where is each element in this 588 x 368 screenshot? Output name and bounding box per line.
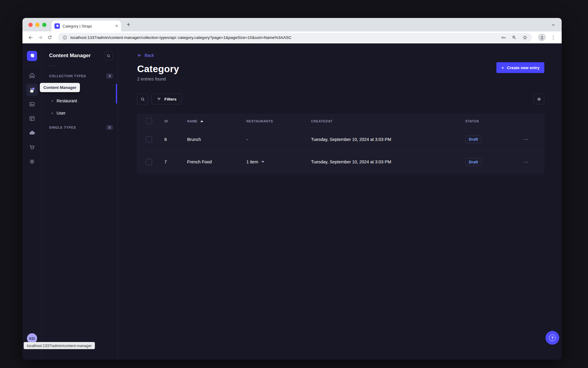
marketplace-cart-icon[interactable] <box>26 141 38 153</box>
filters-button[interactable]: Filters <box>151 94 182 104</box>
home-icon[interactable] <box>26 69 38 81</box>
strapi-logo[interactable] <box>27 51 37 61</box>
cloud-icon[interactable] <box>26 127 38 139</box>
filter-icon <box>157 97 161 101</box>
sidebar-title: Content Manager <box>49 53 91 59</box>
table-row[interactable]: 7 French Food 1 item Tuesday, September … <box>137 150 544 173</box>
bullet-icon <box>51 112 53 114</box>
cell-name: French Food <box>182 159 241 164</box>
collection-types-label: COLLECTION TYPES <box>49 74 86 78</box>
browser-toolbar: localhost:1337/admin/content-manager/col… <box>22 31 562 43</box>
password-key-icon[interactable] <box>500 34 506 40</box>
collection-types-count: 3 <box>106 74 113 78</box>
bookmark-star-icon[interactable] <box>522 34 528 40</box>
col-header-name[interactable]: NAME <box>182 119 241 123</box>
create-new-entry-button[interactable]: + Create new entry <box>496 62 544 73</box>
url-text: localhost:1337/admin/content-manager/col… <box>70 35 495 40</box>
row-checkbox[interactable] <box>146 136 152 142</box>
url-bar[interactable]: localhost:1337/admin/content-manager/col… <box>58 33 532 42</box>
col-header-status: STATUS <box>460 119 518 123</box>
back-link[interactable]: Back <box>137 53 154 58</box>
cell-createdat: Tuesday, September 10, 2024 at 3:03 PM <box>306 137 460 142</box>
reload-icon[interactable] <box>46 34 54 41</box>
forward-icon[interactable] <box>36 34 44 41</box>
row-actions-button[interactable]: ⋯ <box>518 159 544 165</box>
site-info-icon[interactable] <box>62 35 67 40</box>
entries-table: ID NAME RESTAURANTS CREATEDAT STATUS 8 B… <box>137 114 544 173</box>
mouse-cursor <box>28 86 35 95</box>
cell-id: 7 <box>159 159 182 164</box>
new-tab-button[interactable]: + <box>127 21 130 28</box>
settings-gear-icon[interactable] <box>26 156 38 168</box>
chevron-down-icon <box>261 161 264 163</box>
table-header-row: ID NAME RESTAURANTS CREATEDAT STATUS <box>137 114 544 128</box>
cell-createdat: Tuesday, September 10, 2024 at 3:03 PM <box>306 159 460 164</box>
close-window-button[interactable] <box>28 23 33 27</box>
tab-strip: Category | Strapi × + <box>22 18 562 31</box>
minimize-window-button[interactable] <box>35 23 40 27</box>
status-badge: Draft <box>465 135 481 143</box>
tab-title: Category | Strapi <box>63 24 113 28</box>
cell-id: 8 <box>159 137 182 142</box>
col-header-createdat: CREATEDAT <box>306 119 460 123</box>
tab-search-chevron-icon[interactable] <box>550 21 557 28</box>
view-settings-button[interactable] <box>534 94 544 104</box>
traffic-lights <box>28 23 46 27</box>
link-preview-status: localhost:1337/admin/content-manager <box>24 342 95 349</box>
search-button[interactable] <box>137 94 148 104</box>
page-title: Category <box>137 63 544 74</box>
cell-restaurants: - <box>241 137 306 142</box>
cell-restaurants[interactable]: 1 item <box>241 159 306 164</box>
row-checkbox[interactable] <box>146 159 152 165</box>
bullet-icon <box>51 100 53 102</box>
sidebar-item-restaurant[interactable]: Restaurant <box>49 95 113 107</box>
content-type-builder-icon[interactable] <box>26 112 38 124</box>
back-label: Back <box>145 53 154 58</box>
browser-window: Category | Strapi × + localhost:1337/adm… <box>22 18 562 360</box>
browser-profile-avatar[interactable] <box>538 34 546 41</box>
plus-icon: + <box>501 65 504 70</box>
status-badge: Draft <box>465 158 481 166</box>
content-manager-tooltip: Content Manager <box>40 83 80 92</box>
media-library-icon[interactable] <box>26 98 38 110</box>
back-icon[interactable] <box>27 34 34 41</box>
rail-divider <box>22 65 42 66</box>
row-actions-button[interactable]: ⋯ <box>518 136 544 142</box>
close-tab-icon[interactable]: × <box>115 24 118 28</box>
table-row[interactable]: 8 Brunch - Tuesday, September 10, 2024 a… <box>137 128 544 150</box>
entries-count: 2 entries found <box>137 77 544 81</box>
strapi-admin: KD Content Manager COLLECTION TYPES 3 Ca… <box>22 43 562 360</box>
question-mark-icon: ? <box>549 334 556 341</box>
col-header-id[interactable]: ID <box>159 119 182 123</box>
fullscreen-window-button[interactable] <box>42 23 46 27</box>
browser-tab[interactable]: Category | Strapi × <box>51 21 121 31</box>
col-header-restaurants: RESTAURANTS <box>241 119 306 123</box>
main-content: Back Category 2 entries found + Create n… <box>118 43 562 360</box>
sidebar-item-user[interactable]: User <box>49 107 113 119</box>
cell-name: Brunch <box>182 137 241 142</box>
sidebar-search-button[interactable] <box>104 51 113 60</box>
single-types-count: 0 <box>106 125 113 130</box>
sidebar-scrollbar-thumb[interactable] <box>116 84 117 104</box>
zoom-search-icon[interactable] <box>511 34 517 40</box>
strapi-favicon <box>54 23 60 29</box>
sidebar-divider <box>49 66 56 66</box>
single-types-label: SINGLE TYPES <box>49 126 76 129</box>
help-button[interactable]: ? <box>545 331 559 345</box>
sort-asc-icon <box>200 120 203 122</box>
select-all-checkbox[interactable] <box>146 118 152 124</box>
browser-menu-icon[interactable]: ⋮ <box>551 34 556 41</box>
